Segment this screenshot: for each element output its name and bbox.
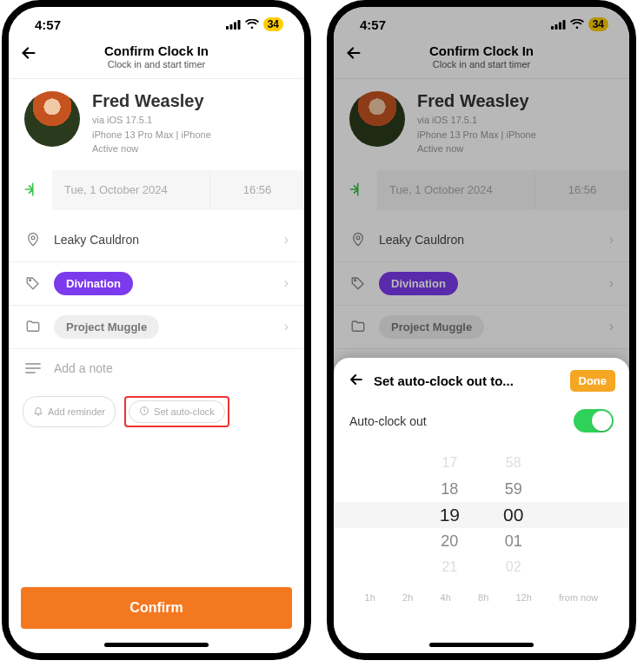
- screen-header: Confirm Clock In Clock in and start time…: [9, 42, 304, 79]
- tag-row[interactable]: Divination ›: [334, 262, 629, 306]
- chevron-right-icon: ›: [284, 275, 289, 291]
- set-autoclock-chip[interactable]: Set auto-clock: [129, 400, 225, 423]
- tag-pill: Divination: [54, 272, 133, 295]
- status-time: 4:57: [360, 17, 386, 32]
- cellular-icon: [551, 17, 566, 32]
- home-indicator[interactable]: [104, 643, 209, 647]
- time-picker[interactable]: 17 18 19 20 21 58 59 00 01 02: [348, 450, 615, 580]
- avatar: [349, 91, 405, 147]
- tag-icon: [349, 275, 367, 291]
- quick-durations: 1h 2h 4h 8h 12h from now: [348, 580, 615, 603]
- clockin-bar[interactable]: Tue, 1 October 2024 16:56: [377, 170, 629, 210]
- chevron-right-icon: ›: [284, 319, 289, 334]
- quick-1h[interactable]: 1h: [365, 592, 375, 603]
- user-device: iPhone 13 Pro Max | iPhone: [417, 128, 536, 142]
- chevron-right-icon: ›: [609, 319, 614, 334]
- quick-8h[interactable]: 8h: [478, 592, 488, 603]
- sheet-back-icon[interactable]: [348, 371, 365, 392]
- quick-2h[interactable]: 2h: [402, 592, 413, 603]
- location-row[interactable]: Leaky Cauldron ›: [9, 219, 304, 262]
- battery-indicator: 34: [263, 17, 283, 31]
- svg-rect-10: [562, 20, 565, 30]
- page-title: Confirm Clock In: [9, 43, 304, 58]
- back-icon[interactable]: [19, 43, 38, 68]
- tag-pill: Divination: [379, 272, 458, 295]
- clockin-bar[interactable]: Tue, 1 October 2024 16:56: [52, 170, 304, 210]
- project-row[interactable]: Project Muggle ›: [9, 306, 304, 349]
- tag-icon: [24, 275, 42, 291]
- folder-icon: [349, 319, 367, 334]
- svg-point-12: [355, 280, 356, 281]
- quick-12h[interactable]: 12h: [515, 592, 531, 603]
- svg-point-11: [356, 236, 360, 240]
- picker-minutes[interactable]: 58 59 00 01 02: [503, 450, 523, 580]
- page-title: Confirm Clock In: [334, 43, 629, 58]
- page-subtitle: Clock in and start timer: [9, 59, 304, 69]
- project-pill: Project Muggle: [379, 315, 484, 339]
- page-subtitle: Clock in and start timer: [334, 59, 629, 69]
- tag-row[interactable]: Divination ›: [9, 262, 304, 306]
- autoclock-highlight: Set auto-clock: [124, 396, 229, 427]
- clockin-date[interactable]: Tue, 1 October 2024: [377, 170, 535, 210]
- svg-rect-1: [229, 24, 232, 30]
- chevron-right-icon: ›: [284, 232, 289, 248]
- svg-rect-0: [226, 26, 229, 30]
- user-device: iPhone 13 Pro Max | iPhone: [92, 128, 211, 142]
- location-label: Leaky Cauldron: [379, 233, 597, 247]
- svg-rect-8: [554, 24, 557, 30]
- add-reminder-chip[interactable]: Add reminder: [23, 396, 116, 427]
- back-icon[interactable]: [344, 43, 363, 68]
- avatar: [24, 91, 80, 147]
- done-button[interactable]: Done: [570, 370, 616, 392]
- clockin-time[interactable]: 16:56: [535, 170, 629, 210]
- project-pill: Project Muggle: [54, 315, 159, 339]
- user-block: Fred Weasley via iOS 17.5.1 iPhone 13 Pr…: [334, 79, 629, 167]
- reminder-chip-label: Add reminder: [48, 406, 105, 417]
- location-label: Leaky Cauldron: [54, 233, 272, 247]
- note-row[interactable]: Add a note: [9, 349, 304, 387]
- user-os: via iOS 17.5.1: [92, 113, 211, 128]
- confirm-button[interactable]: Confirm: [21, 587, 292, 629]
- clockin-date[interactable]: Tue, 1 October 2024: [52, 170, 210, 210]
- sheet-title: Set auto-clock out to...: [374, 373, 561, 388]
- note-placeholder: Add a note: [54, 361, 113, 375]
- user-name: Fred Weasley: [92, 91, 211, 111]
- phone-screenshot-sheet: 4:57 34 Confirm Clock In Clock in and st…: [327, 0, 636, 660]
- svg-rect-9: [559, 22, 561, 30]
- clock-icon: [139, 406, 149, 418]
- autoclock-sheet: Set auto-clock out to... Done Auto-clock…: [334, 358, 629, 653]
- wifi-icon: [570, 17, 584, 32]
- screen-header: Confirm Clock In Clock in and start time…: [334, 42, 629, 79]
- notes-icon: [24, 362, 42, 374]
- svg-rect-2: [234, 22, 236, 30]
- picker-hours[interactable]: 17 18 19 20 21: [440, 450, 460, 580]
- toggle-switch[interactable]: [574, 409, 614, 433]
- wifi-icon: [245, 17, 259, 32]
- toggle-label: Auto-clock out: [349, 414, 427, 428]
- quick-from-now[interactable]: from now: [559, 592, 598, 603]
- user-name: Fred Weasley: [417, 91, 536, 111]
- status-time: 4:57: [35, 17, 61, 32]
- svg-rect-7: [551, 26, 554, 30]
- svg-rect-3: [237, 20, 240, 30]
- svg-point-5: [30, 280, 31, 281]
- user-status: Active now: [417, 142, 536, 156]
- project-row[interactable]: Project Muggle ›: [334, 306, 629, 349]
- location-icon: [349, 232, 367, 248]
- status-bar: 4:57 34: [9, 7, 304, 42]
- autoclock-toggle-row[interactable]: Auto-clock out: [348, 392, 615, 445]
- home-indicator[interactable]: [429, 643, 534, 647]
- location-icon: [24, 232, 42, 248]
- user-os: via iOS 17.5.1: [417, 113, 536, 128]
- cellular-icon: [226, 17, 241, 32]
- user-status: Active now: [92, 142, 211, 156]
- clockin-time[interactable]: 16:56: [210, 170, 304, 210]
- login-icon: [348, 181, 365, 201]
- autoclock-chip-label: Set auto-clock: [154, 406, 215, 417]
- quick-4h[interactable]: 4h: [441, 592, 451, 603]
- bell-icon: [33, 406, 43, 418]
- location-row[interactable]: Leaky Cauldron ›: [334, 219, 629, 262]
- phone-screenshot-main: 4:57 34 Confirm Clock In Clock in and st…: [2, 0, 311, 660]
- login-icon: [23, 181, 40, 201]
- folder-icon: [24, 319, 42, 334]
